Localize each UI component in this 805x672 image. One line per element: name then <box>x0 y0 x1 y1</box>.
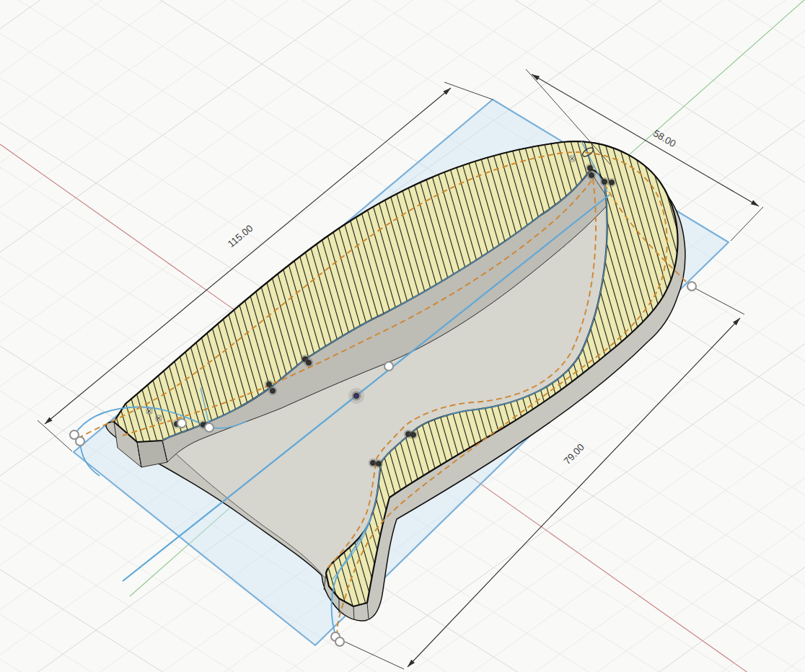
cad-viewport: 115.0058.0079.00 <box>0 0 805 672</box>
constraint-icon[interactable] <box>156 415 162 421</box>
model-canvas[interactable]: 115.0058.0079.00 <box>0 0 805 672</box>
constraint-icon[interactable] <box>146 408 152 414</box>
spline-handle-point[interactable] <box>205 423 214 432</box>
spline-handle-point[interactable] <box>335 637 344 646</box>
sketch-point[interactable] <box>304 358 313 367</box>
sketch-origin-point[interactable] <box>348 388 364 404</box>
stern-wall-right[interactable] <box>137 441 167 467</box>
constraint-icon[interactable] <box>569 156 575 162</box>
spline-handle-point[interactable] <box>687 282 696 291</box>
sketch-point[interactable] <box>374 459 383 468</box>
sketch-point[interactable] <box>587 171 596 180</box>
spline-handle-point[interactable] <box>177 419 186 428</box>
sketch-point[interactable] <box>607 178 616 187</box>
spline-handle-point[interactable] <box>76 437 84 446</box>
sketch-point[interactable] <box>268 386 277 395</box>
spline-handle-point[interactable] <box>384 362 393 371</box>
sketch-point[interactable] <box>409 430 418 439</box>
